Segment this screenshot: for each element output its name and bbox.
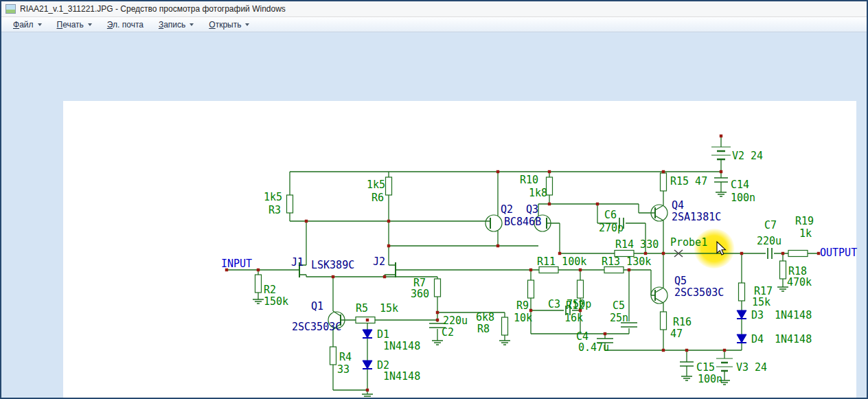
menu-email-label: Эл. почта (107, 20, 144, 30)
menu-email[interactable]: Эл. почта (100, 19, 151, 31)
menu-burn-label: Запись (159, 20, 185, 30)
chevron-down-icon (190, 23, 194, 26)
menu-open-label: Открыть (209, 20, 241, 30)
menu-open[interactable]: Открыть (201, 19, 257, 31)
photo-canvas (63, 101, 856, 399)
window-title: RIAA21_v.1_311221.JPG - Средство просмот… (20, 4, 286, 14)
menu-file-label: Файл (13, 20, 34, 30)
photo-viewer-icon (5, 4, 16, 14)
chevron-down-icon (245, 23, 249, 26)
menu-print[interactable]: Печать (49, 19, 100, 31)
title-bar: RIAA21_v.1_311221.JPG - Средство просмот… (1, 1, 867, 17)
menu-file[interactable]: Файл (5, 19, 49, 31)
highlight-overlay (694, 229, 735, 269)
menu-burn[interactable]: Запись (151, 19, 201, 31)
chevron-down-icon (88, 23, 92, 26)
menu-bar: Файл Печать Эл. почта Запись Открыть (1, 17, 867, 32)
menu-print-label: Печать (57, 20, 84, 30)
chevron-down-icon (38, 23, 42, 26)
